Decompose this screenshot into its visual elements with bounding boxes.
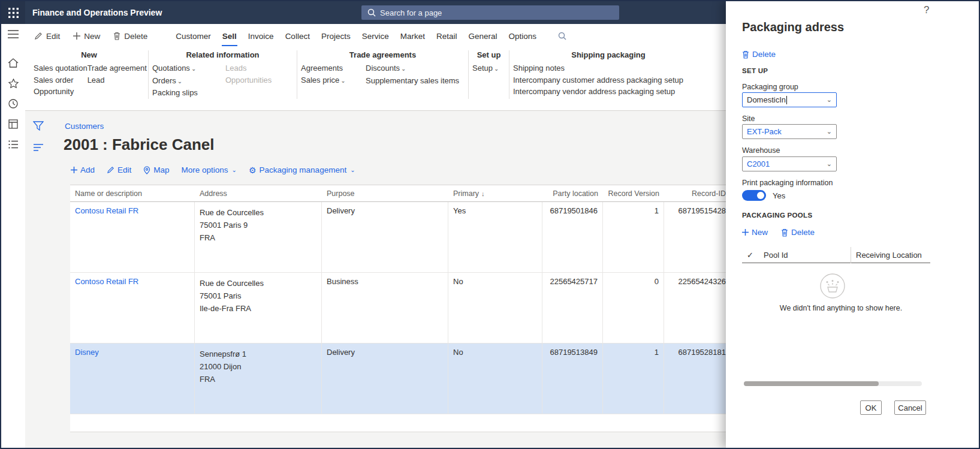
ribbon-item-discounts[interactable]: Discounts⌄ <box>366 62 459 75</box>
filter-icon[interactable] <box>33 121 44 133</box>
select-all-checkmark-icon[interactable]: ✓ <box>742 251 759 260</box>
pools-grid-header: ✓ Pool Id Receiving Location <box>742 247 930 263</box>
ribbon-item-opportunity[interactable]: Opportunity <box>34 86 88 98</box>
chevron-down-icon[interactable]: ⌄ <box>825 160 834 168</box>
grid-body: Contosu Retail FR Rue de Courcelles 7500… <box>70 202 731 414</box>
edit-row-button[interactable]: Edit <box>107 165 131 174</box>
column-header-pool-id[interactable]: Pool Id <box>759 247 851 263</box>
recent-clock-icon[interactable] <box>1 94 25 114</box>
chevron-down-icon[interactable]: ⌄ <box>825 128 834 135</box>
list-view-icon[interactable] <box>34 143 43 153</box>
ribbon-item-sales-quotation[interactable]: Sales quotation <box>34 62 88 74</box>
actions-search-icon[interactable] <box>558 32 566 40</box>
workspace-icon[interactable] <box>1 114 25 134</box>
ribbon-item-trade-agreement[interactable]: Trade agreement <box>88 62 147 74</box>
ribbon-group-title: Set up <box>472 50 505 59</box>
new-button-label: New <box>84 32 100 41</box>
site-value[interactable]: EXT-Pack <box>747 127 782 136</box>
tab-market[interactable]: Market <box>400 26 426 46</box>
add-button[interactable]: Add <box>71 165 95 174</box>
chevron-down-icon[interactable]: ⌄ <box>825 96 834 104</box>
flyout-delete-button[interactable]: Delete <box>742 50 776 59</box>
tab-customer[interactable]: Customer <box>175 26 212 46</box>
table-row[interactable]: Contoso Retail FR Rue de Courcelles 7500… <box>70 273 731 343</box>
column-header-primary[interactable]: Primary↓ <box>448 185 542 201</box>
tab-options[interactable]: Options <box>508 26 538 46</box>
tab-retail[interactable]: Retail <box>436 26 458 46</box>
row-address: Sennepsfrø 1 21000 Dijon FRA <box>195 343 322 414</box>
scrollbar-thumb[interactable] <box>744 381 879 386</box>
pools-delete-label: Delete <box>791 228 815 237</box>
column-header-record-version[interactable]: Record Version <box>603 185 664 201</box>
row-party-location: 68719513849 <box>542 343 603 414</box>
chevron-down-icon: ⌄ <box>177 78 182 85</box>
ribbon-item-lead[interactable]: Lead <box>88 74 147 86</box>
ribbon-item-agreements[interactable]: Agreements <box>301 62 366 74</box>
map-button-label: Map <box>153 165 169 174</box>
column-header-address[interactable]: Address <box>195 185 322 201</box>
column-header-receiving-location[interactable]: Receiving Location <box>851 251 930 260</box>
ribbon-item-intercompany-customer-address-packaging-setup[interactable]: Intercompany customer address packaging … <box>513 74 683 86</box>
table-row[interactable]: Contosu Retail FR Rue de Courcelles 7500… <box>70 202 731 273</box>
tab-projects[interactable]: Projects <box>321 26 351 46</box>
home-icon[interactable] <box>1 53 25 73</box>
row-primary: Yes <box>448 202 542 272</box>
column-header-record-id[interactable]: Record-ID <box>664 185 731 201</box>
warehouse-combobox[interactable]: C2001 ⌄ <box>742 156 837 171</box>
pools-new-button[interactable]: New <box>742 228 768 237</box>
tab-general[interactable]: General <box>468 26 497 46</box>
warehouse-value[interactable]: C2001 <box>747 159 770 168</box>
ok-button[interactable]: OK <box>860 400 882 415</box>
column-header-name[interactable]: Name or description <box>70 185 195 201</box>
delete-button-label: Delete <box>124 32 147 41</box>
cancel-button[interactable]: Cancel <box>894 400 926 415</box>
new-button[interactable]: New <box>73 32 100 41</box>
help-icon[interactable]: ? <box>924 4 929 16</box>
flyout-title: Packaging adress <box>742 20 844 34</box>
table-row-selected[interactable]: Disney Sennepsfrø 1 21000 Dijon FRA Deli… <box>70 343 731 414</box>
packaging-management-button[interactable]: ⚙ Packaging management ⌄ <box>249 165 355 174</box>
ribbon-item-supplementary-sales-items[interactable]: Supplementary sales items <box>366 75 459 87</box>
tab-collect[interactable]: Collect <box>285 26 310 46</box>
ribbon-item-sales-price[interactable]: Sales price⌄ <box>301 74 366 87</box>
row-record-version: 1 <box>603 202 664 272</box>
edit-button[interactable]: Edit <box>34 32 60 41</box>
row-record-version: 1 <box>603 343 664 414</box>
packaging-group-combobox[interactable]: DomesticIn ⌄ <box>742 92 837 107</box>
tab-sell[interactable]: Sell <box>222 26 237 46</box>
tab-invoice[interactable]: Invoice <box>248 26 275 46</box>
ribbon-item-setup[interactable]: Setup⌄ <box>472 62 499 75</box>
addresses-grid: Name or description Address Purpose Prim… <box>70 185 731 432</box>
delete-button[interactable]: Delete <box>113 32 147 41</box>
breadcrumb-customers[interactable]: Customers <box>65 122 104 131</box>
chevron-down-icon: ⌄ <box>340 77 345 84</box>
app-title: Finance and Operations Preview <box>32 1 162 24</box>
row-name-link[interactable]: Contosu Retail FR <box>75 206 138 215</box>
ribbon-item-packing-slips[interactable]: Packing slips <box>152 87 225 99</box>
column-header-party-location[interactable]: Party location <box>542 185 603 201</box>
site-combobox[interactable]: EXT-Pack ⌄ <box>742 124 837 139</box>
header-search-input[interactable]: Search for a page <box>361 5 619 20</box>
flyout-delete-label: Delete <box>752 50 776 59</box>
row-name-link[interactable]: Disney <box>75 348 99 357</box>
ribbon-item-quotations[interactable]: Quotations⌄ <box>152 62 225 75</box>
trash-icon <box>781 228 788 237</box>
pools-delete-button[interactable]: Delete <box>781 228 815 237</box>
more-options-button[interactable]: More options ⌄ <box>182 165 237 174</box>
waffle-menu-icon[interactable] <box>1 1 25 24</box>
grid-header-row: Name or description Address Purpose Prim… <box>70 185 731 202</box>
packaging-management-label: Packaging management <box>260 165 347 174</box>
ribbon-item-shipping-notes[interactable]: Shipping notes <box>513 62 683 74</box>
favorites-star-icon[interactable] <box>1 73 25 94</box>
packaging-group-label: Packaging group <box>742 83 798 91</box>
hamburger-menu-icon[interactable] <box>1 24 25 44</box>
ribbon-item-intercompany-vendor-address-packaging-setup[interactable]: Intercompany vendor address packaging se… <box>513 86 683 98</box>
modules-list-icon[interactable] <box>1 134 25 155</box>
map-button[interactable]: Map <box>143 165 169 174</box>
ribbon-item-orders[interactable]: Orders⌄ <box>152 75 225 88</box>
tab-service[interactable]: Service <box>361 26 390 46</box>
row-name-link[interactable]: Contoso Retail FR <box>75 277 138 286</box>
ribbon-item-sales-order[interactable]: Sales order <box>34 74 88 86</box>
column-header-purpose[interactable]: Purpose <box>322 185 448 201</box>
print-packaging-toggle[interactable] <box>742 190 766 201</box>
